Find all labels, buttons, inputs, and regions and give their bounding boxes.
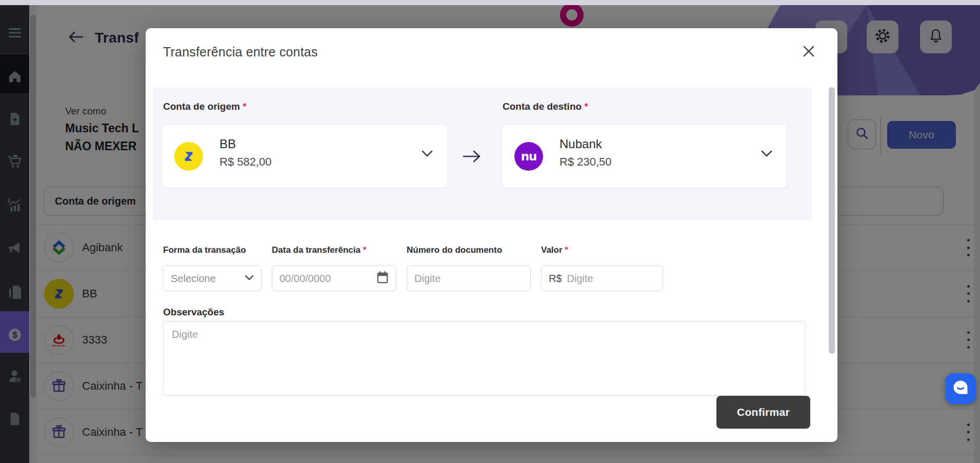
screen: Transf Ver como Music Tech L: [0, 0, 980, 463]
arrow-right-icon: [463, 149, 481, 166]
origin-account-label: Conta de origem *: [163, 101, 247, 112]
transfer-date-input[interactable]: [279, 273, 376, 285]
destination-account-select[interactable]: nu Nubank R$ 230,50: [502, 124, 787, 188]
chevron-down-icon: [245, 274, 254, 283]
transaction-type-value: Selecione: [171, 273, 245, 285]
nubank-logo-text: nu: [521, 150, 537, 163]
document-number-field[interactable]: [407, 266, 531, 291]
chat-widget-button[interactable]: [945, 373, 976, 404]
destination-bank-name: Nubank: [559, 137, 602, 151]
origin-account-select[interactable]: BB R$ 582,00: [162, 124, 448, 188]
chevron-down-icon: [422, 150, 433, 159]
modal-title: Transferência entre contas: [163, 45, 318, 59]
close-icon: [802, 45, 815, 60]
transfer-date-field[interactable]: [272, 266, 396, 291]
browser-top-strip: [0, 0, 980, 5]
document-number-input[interactable]: [414, 273, 523, 285]
value-input[interactable]: [567, 273, 655, 285]
destination-balance: R$ 230,50: [559, 155, 612, 169]
transaction-type-label: Forma da transação: [163, 245, 246, 255]
nubank-logo: nu: [514, 142, 543, 171]
value-field[interactable]: R$: [541, 266, 663, 291]
transfer-date-label: Data da transferência *: [272, 245, 366, 255]
destination-account-label: Conta de destino *: [503, 101, 588, 112]
origin-bank-name: BB: [219, 137, 236, 151]
document-number-label: Número do documento: [407, 245, 502, 255]
close-button[interactable]: [800, 44, 817, 61]
origin-balance: R$ 582,00: [219, 155, 272, 169]
calendar-icon[interactable]: [376, 271, 389, 286]
bb-logo: [174, 142, 203, 171]
notes-textarea[interactable]: [163, 321, 805, 396]
chevron-down-icon: [761, 150, 772, 159]
transfer-modal: Transferência entre contas Conta de orig…: [146, 28, 837, 442]
currency-prefix: R$: [549, 273, 562, 285]
confirm-button[interactable]: Confirmar: [716, 396, 810, 429]
modal-scrollbar-thumb[interactable]: [829, 87, 835, 354]
transaction-type-select[interactable]: Selecione: [163, 266, 262, 291]
notes-label: Observações: [163, 307, 224, 318]
value-label: Valor *: [541, 245, 568, 255]
chat-bubble-icon: [951, 378, 970, 399]
